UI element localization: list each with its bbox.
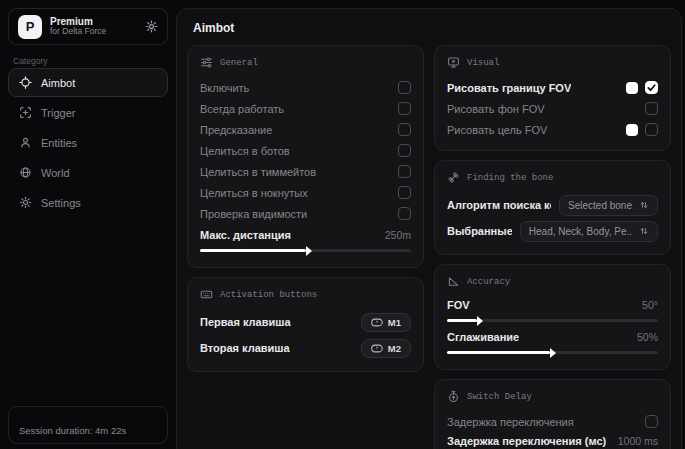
target-teammates-checkbox[interactable] xyxy=(398,165,411,178)
keyboard-icon xyxy=(200,288,213,301)
app-logo: P xyxy=(18,15,42,39)
page-title: Aimbot xyxy=(193,21,665,35)
bone-icon xyxy=(447,171,460,184)
sidebar-item-world[interactable]: World xyxy=(8,158,168,187)
panel-general: General Включить Всегда работать Предска… xyxy=(187,45,424,268)
first-key-button[interactable]: M1 xyxy=(361,313,411,332)
panel-switch-delay-title: Switch Delay xyxy=(467,392,532,402)
sidebar-item-label: Entities xyxy=(41,137,77,149)
enable-checkbox[interactable] xyxy=(398,81,411,94)
panel-accuracy-header: Accuracy xyxy=(447,275,658,288)
sidebar-item-settings[interactable]: Settings xyxy=(8,188,168,217)
panel-general-title: General xyxy=(220,58,258,68)
panel-switch-delay-header: Switch Delay xyxy=(447,390,658,403)
sidebar-item-aimbot[interactable]: Aimbot xyxy=(8,68,168,97)
right-column: Visual Рисовать границу FOV Рисоват xyxy=(434,45,671,449)
draw-fov-background-row: Рисовать фон FOV xyxy=(447,98,658,119)
sidebar-item-entities[interactable]: Entities xyxy=(8,128,168,157)
prediction-checkbox[interactable] xyxy=(398,123,411,136)
bone-algorithm-select[interactable]: Selected bone xyxy=(559,195,658,216)
max-distance-row: Макс. дистанция 250m xyxy=(200,226,411,244)
monitor-icon xyxy=(447,56,460,69)
main-card: Aimbot General Включить xyxy=(176,8,682,449)
toggle-row-enable: Включить xyxy=(200,77,411,98)
toggle-row-prediction: Предсказание xyxy=(200,119,411,140)
toggle-row-target-bots: Целиться в ботов xyxy=(200,140,411,161)
timer-icon xyxy=(447,390,460,403)
fov-border-color-swatch[interactable] xyxy=(626,82,638,94)
gear-icon xyxy=(19,196,32,209)
smoothing-row: Сглаживание 50% xyxy=(447,328,658,346)
sidebar-item-label: Trigger xyxy=(41,107,75,119)
toggle-row-visibility-check: Проверка видимости xyxy=(200,203,411,224)
selected-bones-row: Выбранные кости Head, Neck, Body, Pe.. xyxy=(447,218,658,244)
panel-finding-bone: Finding the bone Алгоритм поиска кости S… xyxy=(434,160,671,255)
switch-delay-checkbox[interactable] xyxy=(645,415,658,428)
trigger-icon xyxy=(19,106,32,119)
max-distance-value: 250m xyxy=(385,229,411,241)
second-key-button[interactable]: M2 xyxy=(361,339,411,358)
sliders-icon xyxy=(200,56,213,69)
panel-switch-delay: Switch Delay Задержка переключения Задер… xyxy=(434,379,671,449)
panel-visual-title: Visual xyxy=(467,58,499,68)
draw-fov-border-row: Рисовать границу FOV xyxy=(447,77,658,98)
sidebar-nav: Aimbot Trigger Entities xyxy=(8,68,168,217)
always-work-checkbox[interactable] xyxy=(398,102,411,115)
left-column: General Включить Всегда работать Предска… xyxy=(187,45,424,449)
panel-accuracy: Accuracy FOV 50° Сглаживание 50% xyxy=(434,264,671,370)
switch-delay-ms-row: Задержка переключения (мс) 1000 ms xyxy=(447,432,658,449)
session-duration-box: Session duration: 4m 22s xyxy=(8,406,168,444)
panel-finding-bone-header: Finding the bone xyxy=(447,171,658,184)
fov-slider[interactable] xyxy=(447,319,658,322)
up-down-arrows-icon xyxy=(639,200,649,210)
fov-row: FOV 50° xyxy=(447,296,658,314)
draw-fov-target-row: Рисовать цель FOV xyxy=(447,119,658,140)
panel-activation-header: Activation buttons xyxy=(200,288,411,301)
session-duration-text: Session duration: 4m 22s xyxy=(19,425,126,436)
sidebar-item-trigger[interactable]: Trigger xyxy=(8,98,168,127)
category-label: Category xyxy=(13,56,48,66)
target-bots-checkbox[interactable] xyxy=(398,144,411,157)
fov-value: 50° xyxy=(642,299,658,311)
mouse-icon xyxy=(371,344,383,353)
selected-bones-select[interactable]: Head, Neck, Body, Pe.. xyxy=(520,221,658,242)
visibility-check-checkbox[interactable] xyxy=(398,207,411,220)
brand-subtitle: for Delta Force xyxy=(50,27,106,37)
second-key-row: Вторая клавиша M2 xyxy=(200,335,411,361)
switch-delay-toggle-row: Задержка переключения xyxy=(447,411,658,432)
panel-visual-header: Visual xyxy=(447,56,658,69)
smoothing-slider[interactable] xyxy=(447,351,658,354)
panel-finding-bone-title: Finding the bone xyxy=(467,173,553,183)
entities-icon xyxy=(19,136,32,149)
check-icon xyxy=(647,83,656,92)
crosshair-icon xyxy=(19,76,32,89)
panel-activation-buttons: Activation buttons Первая клавиша M1 Вто… xyxy=(187,277,424,372)
gear-icon[interactable] xyxy=(145,20,158,33)
up-down-arrows-icon xyxy=(639,226,649,236)
panel-visual: Visual Рисовать границу FOV Рисоват xyxy=(434,45,671,151)
sidebar-item-label: World xyxy=(41,167,70,179)
brand-box: P Premium for Delta Force xyxy=(8,8,168,45)
panel-accuracy-title: Accuracy xyxy=(467,277,510,287)
sidebar-item-label: Settings xyxy=(41,197,81,209)
target-knocked-checkbox[interactable] xyxy=(398,186,411,199)
toggle-row-always-work: Всегда работать xyxy=(200,98,411,119)
bone-algorithm-row: Алгоритм поиска кости Selected bone xyxy=(447,192,658,218)
first-key-row: Первая клавиша M1 xyxy=(200,309,411,335)
panel-activation-title: Activation buttons xyxy=(220,290,317,300)
toggle-row-target-teammates: Целиться в тиммейтов xyxy=(200,161,411,182)
max-distance-slider[interactable] xyxy=(200,249,411,252)
app: { "sidebar": { "logo_letter": "P", "bran… xyxy=(0,0,685,449)
sidebar: P Premium for Delta Force Category xyxy=(0,0,176,449)
toggle-row-target-knocked: Целиться в нокнутых xyxy=(200,182,411,203)
sidebar-item-label: Aimbot xyxy=(41,77,75,89)
fov-target-color-swatch[interactable] xyxy=(626,124,638,136)
triangle-icon xyxy=(447,275,460,288)
globe-icon xyxy=(19,166,32,179)
draw-fov-background-checkbox[interactable] xyxy=(645,102,658,115)
mouse-icon xyxy=(371,318,383,327)
switch-delay-ms-value: 1000 ms xyxy=(618,435,658,447)
draw-fov-target-checkbox[interactable] xyxy=(645,123,658,136)
panel-general-header: General xyxy=(200,56,411,69)
draw-fov-border-checkbox[interactable] xyxy=(645,81,658,94)
